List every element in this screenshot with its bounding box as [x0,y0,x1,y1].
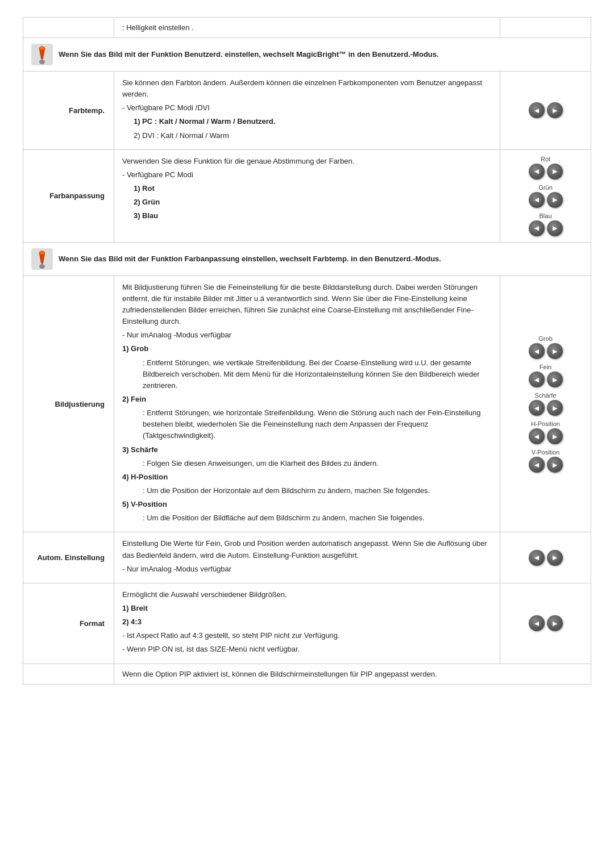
notice2-cell: Wenn Sie das Bild mit der Funktion Farba… [23,242,591,276]
fein-btn-right[interactable] [547,372,563,387]
farb-line0: Verwenden Sie diese Funktion für die gen… [122,156,492,167]
bild-line3: : Entfernt Störungen, wie vertikale Stre… [122,357,492,391]
format-btn-right[interactable] [547,615,563,631]
bild-line11: : Um die Position der Bildfläche auf dem… [122,512,492,524]
notice1-text: Wenn Sie das Bild mit der Funktion Benut… [59,49,439,60]
top-note-label-cell [23,18,114,38]
fein-btn-left[interactable] [529,372,545,387]
svg-point-2 [40,47,44,50]
autom-label: Autom. Einstellung [23,532,114,583]
last-label [23,663,114,684]
ctrl-gruen-label: Grün [538,184,552,191]
notice1-row: Wenn Sie das Bild mit der Funktion Benut… [23,38,591,72]
bildjustierung-row: Bildjustierung Mit Bildjustierung führen… [23,276,591,532]
ctrl-grob-label: Grob [538,335,552,342]
ctrl-hpos-label: H-Position [531,420,560,427]
ctrl-blau-label: Blau [540,212,552,219]
format-line2: 2) 4:3 [122,616,492,628]
rot-btn-right[interactable] [547,164,563,180]
farbtemp-btn-left[interactable] [529,102,545,118]
farbanpassung-controls: Rot Grün Blau [500,149,591,242]
notice2-row: Wenn Sie das Bild mit der Funktion Farba… [23,242,591,276]
bild-line8: 4) H-Position [122,471,492,483]
top-note-desc: : Helligkeit einstellen . [114,18,500,38]
format-line4: - Wenn PIP ON ist, ist das SIZE-Menü nic… [122,644,492,655]
format-controls [500,583,591,663]
autom-btn-left[interactable] [529,550,545,566]
svg-point-5 [40,251,44,254]
bild-line1: - Nur imAnalog -Modus verfügbar [122,329,492,341]
farbtemp-controls [500,72,591,150]
rot-btn-left[interactable] [529,164,545,180]
vpos-btn-left[interactable] [529,457,545,473]
svg-point-4 [39,264,45,269]
bild-line0: Mit Bildjustierung führen Sie die Feinei… [122,282,492,328]
top-note-text: : Helligkeit einstellen . [122,23,194,32]
vpos-btn-right[interactable] [547,457,563,473]
farbtemp-row: Farbtemp. Sie können den Farbton ändern.… [23,72,591,150]
gruen-btn-left[interactable] [529,192,545,208]
farbtemp-line3: 2) DVI : Kalt / Normal / Warm [122,130,492,141]
notice2-icon [31,248,53,270]
blau-btn-left[interactable] [529,220,545,236]
blau-btn-right[interactable] [547,220,563,236]
schaerfe-btn-right[interactable] [547,400,563,416]
format-line3: - Ist Aspect Ratio auf 4:3 gestellt, so … [122,630,492,641]
notice1-cell: Wenn Sie das Bild mit der Funktion Benut… [23,38,591,72]
hpos-btn-right[interactable] [547,428,563,444]
bild-line2: 1) Grob [122,343,492,354]
format-btn-left[interactable] [529,615,545,631]
format-desc: Ermöglicht die Auswahl verschiedener Bil… [114,583,500,663]
autom-controls [500,532,591,583]
ctrl-vpos-label: V-Position [532,449,560,456]
autom-einstellung-row: Autom. Einstellung Einstellung Die Werte… [23,532,591,583]
last-row: Wenn die Option PIP aktiviert ist, könne… [23,663,591,684]
bildjustierung-controls: Grob Fein Schärfe [500,276,591,532]
notice1-icon [31,44,53,65]
farbtemp-line2: 1) PC : Kalt / Normal / Warm / Benutzerd… [122,116,492,127]
bildjustierung-label: Bildjustierung [23,276,114,532]
bild-line6: 3) Schärfe [122,444,492,456]
ctrl-rot-label: Rot [541,156,550,162]
autom-desc: Einstellung Die Werte für Fein, Grob und… [114,532,500,583]
autom-btn-right[interactable] [547,550,563,566]
bild-line4: 2) Fein [122,394,492,405]
top-note-controls [500,18,591,38]
bild-line9: : Um die Position der Horizontale auf de… [122,485,492,496]
notice2-text: Wenn Sie das Bild mit der Funktion Farba… [59,253,441,265]
format-label: Format [23,583,114,663]
farbanpassung-desc: Verwenden Sie diese Funktion für die gen… [114,149,500,242]
farb-line3: 2) Grün [122,197,492,208]
farbtemp-line0: Sie können den Farbton ändern. Außerdem … [122,77,492,100]
grob-btn-right[interactable] [547,343,563,359]
ctrl-schaerfe-label: Schärfe [535,392,557,399]
grob-btn-left[interactable] [529,343,545,359]
farb-line1: - Verfügbare PC Modi [122,169,492,181]
gruen-btn-right[interactable] [547,192,563,208]
autom-line1: - Nur imAnalog -Modus verfügbar [122,564,492,575]
autom-line0: Einstellung Die Werte für Fein, Grob und… [122,538,492,561]
format-line1: 1) Breit [122,603,492,614]
schaerfe-btn-left[interactable] [529,400,545,416]
ctrl-fein-label: Fein [540,364,551,370]
top-note-row: : Helligkeit einstellen . [23,18,591,38]
hpos-btn-left[interactable] [529,428,545,444]
farbtemp-btn-right[interactable] [547,102,563,118]
last-desc-text: Wenn die Option PIP aktiviert ist, könne… [122,670,583,678]
farb-line2: 1) Rot [122,183,492,194]
bild-line10: 5) V-Position [122,499,492,510]
bild-line7: : Folgen Sie diesen Anweisungen, um die … [122,458,492,469]
farbtemp-line1: - Verfügbare PC Modi /DVI [122,102,492,114]
farbtemp-desc: Sie können den Farbton ändern. Außerdem … [114,72,500,150]
last-desc: Wenn die Option PIP aktiviert ist, könne… [114,663,591,684]
format-row: Format Ermöglicht die Auswahl verschiede… [23,583,591,663]
farbanpassung-row: Farbanpassung Verwenden Sie diese Funkti… [23,149,591,242]
farb-line4: 3) Blau [122,210,492,222]
farbtemp-label: Farbtemp. [23,72,114,150]
svg-point-1 [39,60,45,64]
farbanpassung-label: Farbanpassung [23,149,114,242]
bild-line5: : Entfernt Störungen, wie horizontale St… [122,407,492,441]
bildjustierung-desc: Mit Bildjustierung führen Sie die Feinei… [114,276,500,532]
format-line0: Ermöglicht die Auswahl verschiedener Bil… [122,589,492,600]
